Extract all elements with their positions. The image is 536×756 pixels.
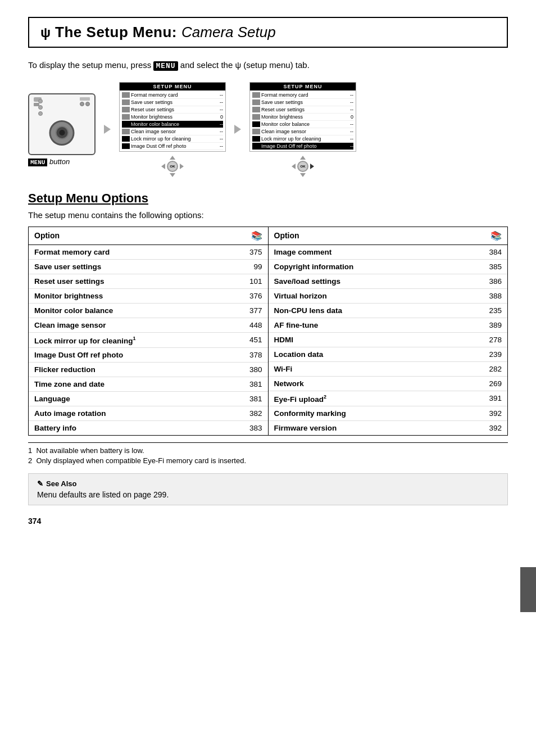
table-row: Auto image rotation 382 xyxy=(29,406,268,421)
table-row: Monitor brightness 376 xyxy=(29,289,268,304)
menu-item: Lock mirror up for cleaning-- xyxy=(122,135,223,143)
table-row: Wi-Fi 282 xyxy=(269,362,508,377)
menu-item: Clean image sensor-- xyxy=(122,128,223,135)
menu-item: Format memory card-- xyxy=(252,92,353,99)
menu-item: Format memory card-- xyxy=(122,92,223,99)
intro-before: To display the setup menu, press xyxy=(28,60,151,70)
table-row: Firmware version 392 xyxy=(269,421,508,435)
see-also-box: ✎ See Also Menu defaults are listed on p… xyxy=(28,473,508,505)
menu-item: Image Dust Off ref photo-- xyxy=(122,143,223,150)
table-row: Non-CPU lens data 235 xyxy=(269,304,508,318)
table-row: Location data 239 xyxy=(269,347,508,362)
camera-diagram: MENU button xyxy=(28,93,96,166)
menu-item: Clean image sensor-- xyxy=(252,128,353,135)
options-col-right: Option 📚 Image comment 384 Copyright inf… xyxy=(269,227,508,436)
menu-item-highlighted: Monitor color balance-- xyxy=(122,121,223,128)
intro-after: and select the ψ (setup menu) tab. xyxy=(180,60,310,70)
see-also-text: Menu defaults are listed on page 299. xyxy=(37,490,499,499)
page-number: 374 xyxy=(28,517,508,526)
menu-screenshot-2: SETUP MENU Format memory card-- Save use… xyxy=(249,82,356,152)
table-row: Monitor color balance 377 xyxy=(29,304,268,318)
col1-header-icon: 📚 xyxy=(251,230,262,241)
options-table: Option 📚 Format memory card 375 Save use… xyxy=(28,227,508,436)
menu-item: Save user settings-- xyxy=(252,99,353,106)
menu-item: Monitor brightness0 xyxy=(252,114,353,121)
menu-label-inline: MENU xyxy=(153,61,178,71)
section-subtitle: The setup menu contains the following op… xyxy=(28,210,508,220)
menu-items-2: Format memory card-- Save user settings-… xyxy=(250,90,356,151)
col1-header-text: Option xyxy=(34,231,60,240)
see-also-title-text: See Also xyxy=(46,479,76,488)
header-title-italic: Camera Setup xyxy=(181,24,276,41)
arrow-1 xyxy=(104,125,111,134)
table-row: Save user settings 99 xyxy=(29,260,268,274)
table-row: Eye-Fi upload2 391 xyxy=(269,391,508,407)
table-row: HDMI 278 xyxy=(269,333,508,347)
menu-title-2: SETUP MENU xyxy=(250,83,356,90)
section-title: Setup Menu Options xyxy=(28,191,508,206)
intro-text: To display the setup menu, press MENU an… xyxy=(28,59,508,72)
menu-title-1: SETUP MENU xyxy=(120,83,225,90)
menu-screenshot-1-wrapper: SETUP MENU Format memory card-- Save use… xyxy=(119,82,226,177)
footnote-2: 2 Only displayed when compatible Eye-Fi … xyxy=(28,456,508,465)
arrow-2 xyxy=(234,125,241,134)
menu-item: Monitor color balance-- xyxy=(252,121,353,128)
page-header: ψ The Setup Menu: Camera Setup xyxy=(28,17,508,48)
menu-item-highlighted: Image Dust Off ref photo-- xyxy=(252,143,353,150)
table-row: Copyright information 385 xyxy=(269,260,508,274)
table-row: AF fine-tune 389 xyxy=(269,318,508,333)
table-row: Time zone and date 381 xyxy=(29,377,268,392)
header-title-bold: The Setup Menu: xyxy=(55,24,177,41)
col-header-right: Option 📚 xyxy=(269,227,508,245)
table-row: Reset user settings 101 xyxy=(29,274,268,289)
see-also-icon: ✎ xyxy=(37,479,43,488)
nav-pad-1: OK xyxy=(161,156,184,177)
table-row: Format memory card 375 xyxy=(29,245,268,260)
table-row: Battery info 383 xyxy=(29,421,268,435)
see-also-title: ✎ See Also xyxy=(37,479,499,488)
menu-item: Monitor brightness0 xyxy=(122,114,223,121)
options-col-left: Option 📚 Format memory card 375 Save use… xyxy=(29,227,269,436)
nav-pad-2: OK xyxy=(292,156,314,177)
table-row: Language 381 xyxy=(29,392,268,406)
table-row: Network 269 xyxy=(269,377,508,391)
table-row: Virtual horizon 388 xyxy=(269,289,508,304)
table-row: Clean image sensor 448 xyxy=(29,318,268,333)
sidebar-tab xyxy=(520,567,536,612)
footnotes: 1 Not available when battery is low. 2 O… xyxy=(28,442,508,465)
table-row: Flicker reduction 380 xyxy=(29,363,268,377)
menu-button-label: MENU button xyxy=(28,157,70,166)
col2-header-text: Option xyxy=(274,231,299,240)
menu-item: Reset user settings-- xyxy=(122,106,223,114)
menu-screenshot-1: SETUP MENU Format memory card-- Save use… xyxy=(119,82,226,152)
table-row: Save/load settings 386 xyxy=(269,274,508,289)
camera-body xyxy=(28,93,96,155)
menu-items-1: Format memory card-- Save user settings-… xyxy=(120,90,225,151)
setup-icon: ψ xyxy=(40,25,51,40)
menu-item: Reset user settings-- xyxy=(252,106,353,114)
col2-header-icon: 📚 xyxy=(490,230,502,241)
table-row: Conformity marking 392 xyxy=(269,406,508,421)
diagram-area: MENU button SETUP MENU Format memory car… xyxy=(28,82,508,177)
menu-item: Save user settings-- xyxy=(122,99,223,106)
menu-screenshot-2-wrapper: SETUP MENU Format memory card-- Save use… xyxy=(249,82,356,177)
col-header-left: Option 📚 xyxy=(29,227,268,245)
footnote-1: 1 Not available when battery is low. xyxy=(28,446,508,455)
menu-item: Lock mirror up for cleaning-- xyxy=(252,135,353,143)
table-row: Lock mirror up for cleaning1 451 xyxy=(29,333,268,348)
table-row: Image Dust Off ref photo 378 xyxy=(29,348,268,363)
table-row: Image comment 384 xyxy=(269,245,508,260)
